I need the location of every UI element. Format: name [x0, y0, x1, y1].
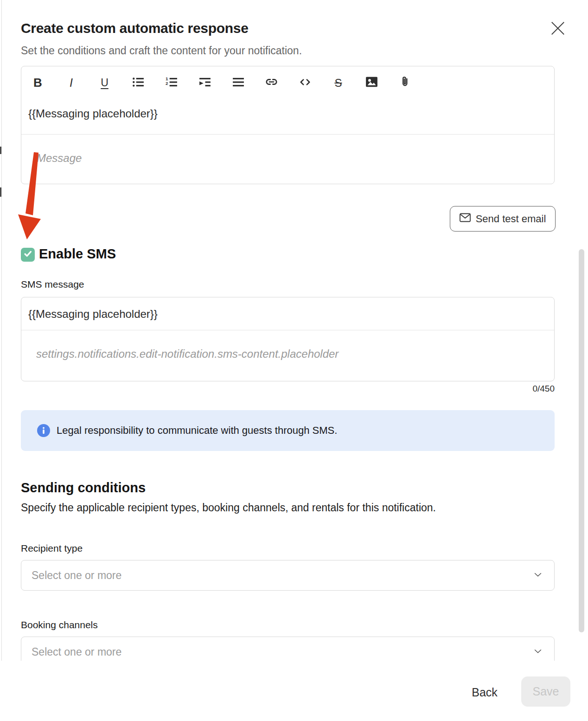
background-edge-line: [1, 0, 2, 721]
email-subject-input[interactable]: {{Messaging placeholder}}: [28, 107, 158, 120]
chevron-down-icon: [533, 646, 543, 658]
background-edge-mark: [0, 187, 1, 197]
envelope-icon: [460, 213, 471, 225]
strikethrough-button[interactable]: S: [328, 72, 349, 93]
align-icon: [232, 76, 244, 90]
image-icon: [365, 76, 378, 90]
close-icon: [550, 20, 566, 38]
editor-divider: [21, 134, 554, 135]
link-button[interactable]: [261, 72, 282, 93]
create-custom-automatic-response-dialog: Create custom automatic response Set the…: [0, 0, 588, 721]
recipient-type-select[interactable]: Select one or more: [21, 560, 555, 591]
email-message-input[interactable]: Message: [37, 152, 82, 165]
underline-icon: U: [101, 77, 109, 89]
checkmark-icon: [23, 249, 33, 261]
enable-sms-label: Enable SMS: [39, 246, 116, 262]
bold-icon: B: [33, 76, 42, 90]
sms-message-label: SMS message: [21, 279, 84, 290]
sending-conditions-heading: Sending conditions: [21, 480, 146, 496]
attachment-button[interactable]: [395, 72, 415, 93]
indent-icon: [199, 76, 211, 90]
svg-text:2: 2: [166, 80, 168, 85]
link-icon: [265, 76, 278, 90]
bullet-list-icon: [132, 76, 144, 90]
code-icon: [299, 76, 311, 90]
indent-button[interactable]: [194, 72, 215, 93]
booking-channels-label: Booking channels: [21, 619, 98, 631]
send-test-email-button[interactable]: Send test email: [450, 206, 556, 232]
sms-subject-input[interactable]: {{Messaging placeholder}}: [28, 308, 158, 321]
sending-conditions-description: Specify the applicable recipient types, …: [21, 502, 436, 514]
dialog-footer: Back Save: [0, 661, 588, 721]
numbered-list-icon: 12: [166, 76, 178, 90]
bold-button[interactable]: B: [27, 72, 48, 93]
chevron-down-icon: [533, 569, 543, 581]
info-icon: [37, 424, 50, 437]
code-button[interactable]: [294, 72, 315, 93]
image-button[interactable]: [361, 72, 382, 93]
sms-char-counter: 0/450: [508, 384, 555, 394]
recipient-type-placeholder: Select one or more: [32, 569, 121, 582]
numbered-list-button[interactable]: 12: [161, 72, 182, 93]
sms-legal-banner: Legal responsibility to communicate with…: [21, 410, 555, 451]
back-button[interactable]: Back: [459, 682, 510, 702]
recipient-type-label: Recipient type: [21, 543, 83, 554]
scrollbar[interactable]: [579, 249, 584, 632]
italic-icon: I: [70, 76, 73, 90]
align-button[interactable]: [228, 72, 249, 93]
sms-editor-divider: [21, 330, 554, 330]
paperclip-icon: [399, 76, 411, 90]
close-button[interactable]: [548, 19, 568, 39]
enable-sms-checkbox[interactable]: [21, 248, 35, 262]
send-test-email-label: Send test email: [476, 213, 546, 225]
sms-legal-text: Legal responsibility to communicate with…: [57, 425, 337, 437]
sms-content-textarea[interactable]: settings.notifications.edit-notification…: [36, 348, 339, 360]
sms-message-editor: {{Messaging placeholder}} settings.notif…: [21, 297, 555, 381]
dialog-title: Create custom automatic response: [21, 20, 249, 36]
italic-button[interactable]: I: [61, 72, 82, 93]
bullet-list-button[interactable]: [128, 72, 148, 93]
strikethrough-icon: S: [334, 77, 342, 90]
email-editor: B I U 12 S: [21, 66, 555, 184]
rich-text-toolbar: B I U 12 S: [27, 72, 415, 93]
booking-channels-placeholder: Select one or more: [32, 646, 121, 658]
underline-button[interactable]: U: [94, 72, 115, 93]
background-edge-mark: [0, 147, 1, 154]
dialog-subtitle: Set the conditions and craft the content…: [21, 45, 302, 57]
save-button[interactable]: Save: [521, 676, 570, 707]
